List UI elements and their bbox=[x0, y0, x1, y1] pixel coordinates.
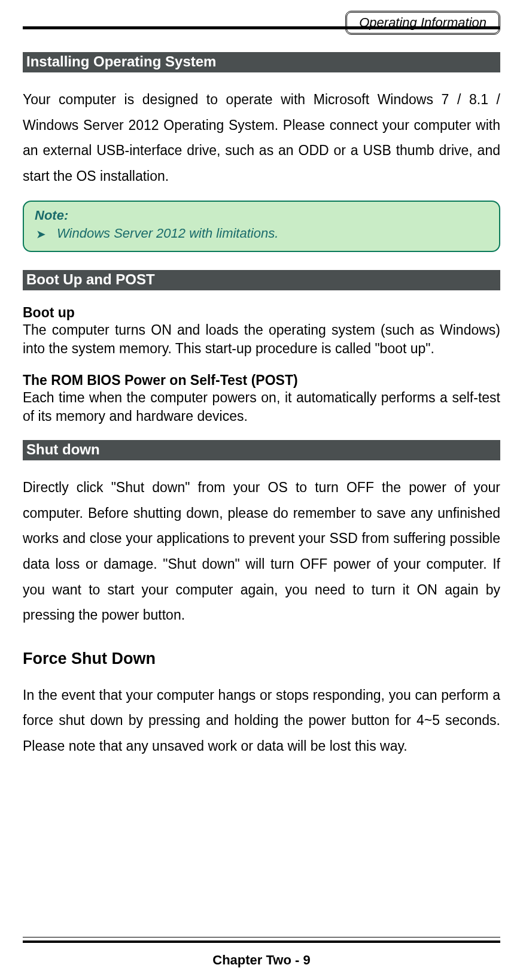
bootup-body: The computer turns ON and loads the oper… bbox=[23, 321, 500, 358]
footer-rule-thick bbox=[23, 940, 500, 943]
note-title: Note: bbox=[35, 208, 488, 223]
post-body: Each time when the computer powers on, i… bbox=[23, 389, 500, 426]
header-label: Operating Information bbox=[359, 15, 486, 30]
post-heading: The ROM BIOS Power on Self-Test (POST) bbox=[23, 372, 500, 389]
bootup-heading: Boot up bbox=[23, 305, 500, 321]
force-shutdown-body: In the event that your computer hangs or… bbox=[23, 682, 500, 759]
page-footer: Chapter Two - 9 bbox=[0, 937, 523, 968]
footer-rule-thin bbox=[23, 937, 500, 937]
note-text: Windows Server 2012 with limitations. bbox=[57, 226, 278, 241]
installing-body: Your computer is designed to operate wit… bbox=[23, 87, 500, 189]
triangle-bullet-icon: ➤ bbox=[35, 226, 46, 242]
section-title-shutdown: Shut down bbox=[23, 440, 500, 460]
section-title-installing: Installing Operating System bbox=[23, 52, 500, 72]
header-box: Operating Information bbox=[345, 11, 500, 35]
page-content: Installing Operating System Your compute… bbox=[0, 41, 523, 758]
footer-text: Chapter Two - 9 bbox=[0, 952, 523, 968]
header-region: Operating Information bbox=[0, 0, 523, 35]
footer-rules bbox=[0, 937, 523, 943]
note-line: ➤ Windows Server 2012 with limitations. bbox=[35, 226, 488, 242]
force-shutdown-heading: Force Shut Down bbox=[23, 650, 500, 668]
shutdown-body: Directly click "Shut down" from your OS … bbox=[23, 475, 500, 627]
section-title-boot: Boot Up and POST bbox=[23, 270, 500, 290]
note-box: Note: ➤ Windows Server 2012 with limitat… bbox=[23, 201, 500, 252]
